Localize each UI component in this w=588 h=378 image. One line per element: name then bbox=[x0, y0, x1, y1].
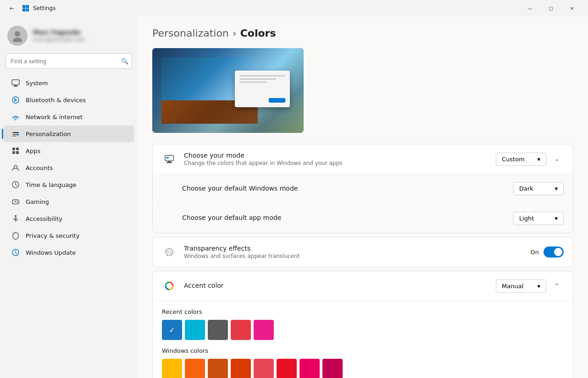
svg-rect-28 bbox=[166, 162, 172, 163]
accent-color-value: Manual bbox=[502, 283, 523, 290]
sidebar-item-windows-update[interactable]: Windows Update bbox=[4, 244, 134, 261]
window-controls: — □ ✕ bbox=[519, 0, 582, 16]
recent-color-swatch-3[interactable] bbox=[231, 320, 251, 340]
avatar bbox=[7, 26, 28, 46]
choose-mode-row: Choose your mode Change the colors that … bbox=[153, 144, 573, 174]
accounts-icon bbox=[11, 163, 20, 172]
svg-point-24 bbox=[15, 215, 17, 217]
time-icon bbox=[11, 180, 20, 189]
user-info: Marc Fagundo marc@example.com bbox=[33, 29, 85, 43]
preview-dialog-button bbox=[269, 98, 285, 103]
maximize-button[interactable]: □ bbox=[540, 0, 561, 16]
windows-color-r1-5[interactable] bbox=[277, 359, 297, 378]
windows-color-r1-6[interactable] bbox=[300, 359, 320, 378]
sidebar-item-network[interactable]: Network & internet bbox=[4, 109, 134, 125]
titlebar: ← Settings — □ ✕ bbox=[0, 0, 588, 16]
svg-rect-15 bbox=[12, 148, 15, 150]
choose-mode-dropdown[interactable]: Custom ▾ bbox=[496, 153, 546, 166]
accent-color-control: Manual ▾ ⌃ bbox=[496, 279, 564, 293]
sidebar-label-windows-update: Windows Update bbox=[26, 249, 127, 256]
accent-color-title: Accent color bbox=[184, 282, 488, 289]
windows-colors-row1 bbox=[162, 359, 564, 378]
sidebar-item-time[interactable]: Time & language bbox=[4, 176, 134, 193]
svg-rect-29 bbox=[166, 157, 169, 159]
svg-point-5 bbox=[13, 38, 22, 42]
sidebar-item-apps[interactable]: Apps bbox=[4, 142, 134, 159]
windows-mode-control: Dark ▾ bbox=[513, 182, 564, 195]
svg-rect-13 bbox=[12, 136, 17, 137]
breadcrumb-parent[interactable]: Personalization bbox=[152, 27, 229, 39]
accent-color-expanded: Recent colors Windows colors bbox=[153, 301, 573, 378]
windows-mode-dropdown[interactable]: Dark ▾ bbox=[513, 182, 564, 195]
windows-color-r1-3[interactable] bbox=[231, 359, 251, 378]
privacy-icon bbox=[11, 231, 20, 240]
app-mode-control: Light ▾ bbox=[513, 212, 564, 225]
sidebar-label-system: System bbox=[26, 80, 127, 87]
sidebar-item-gaming[interactable]: Gaming bbox=[4, 193, 134, 210]
accent-color-collapse[interactable]: ⌃ bbox=[550, 279, 564, 293]
recent-colors-grid bbox=[162, 320, 564, 340]
transparency-control: On bbox=[531, 247, 564, 257]
transparency-title: Transparency effects bbox=[184, 245, 523, 252]
recent-colors-label: Recent colors bbox=[162, 308, 564, 315]
transparency-desc: Windows and surfaces appear translucent bbox=[184, 253, 523, 259]
windows-mode-title: Choose your default Windows mode bbox=[182, 185, 506, 192]
windows-mode-value: Dark bbox=[519, 185, 533, 192]
windows-color-r1-0[interactable] bbox=[162, 359, 182, 378]
windows-color-r1-4[interactable] bbox=[254, 359, 274, 378]
choose-mode-control: Custom ▾ ⌄ bbox=[496, 152, 564, 166]
recent-color-swatch-1[interactable] bbox=[185, 320, 205, 340]
breadcrumb: Personalization › Colors bbox=[152, 27, 573, 39]
windows-color-r1-7[interactable] bbox=[322, 359, 343, 378]
svg-rect-0 bbox=[22, 5, 26, 8]
sidebar-label-apps: Apps bbox=[26, 148, 127, 154]
sidebar-label-accessibility: Accessibility bbox=[26, 215, 127, 222]
preview-container bbox=[152, 48, 304, 133]
app-mode-title: Choose your default app mode bbox=[182, 214, 506, 221]
svg-rect-2 bbox=[22, 9, 26, 12]
accent-color-dropdown[interactable]: Manual ▾ bbox=[496, 279, 546, 293]
system-icon bbox=[11, 78, 20, 88]
mode-section: Choose your mode Change the colors that … bbox=[152, 144, 573, 233]
sidebar-item-privacy[interactable]: Privacy & security bbox=[4, 227, 134, 244]
back-button[interactable]: ← bbox=[6, 2, 18, 15]
app-mode-dropdown[interactable]: Light ▾ bbox=[513, 212, 564, 225]
svg-rect-27 bbox=[167, 161, 171, 162]
recent-color-swatch-4[interactable] bbox=[254, 320, 274, 340]
sidebar-label-bluetooth: Bluetooth & devices bbox=[26, 97, 127, 104]
svg-rect-11 bbox=[12, 132, 19, 133]
recent-color-swatch-2[interactable] bbox=[208, 320, 228, 340]
transparency-toggle-thumb bbox=[554, 248, 562, 256]
svg-point-22 bbox=[17, 201, 18, 202]
windows-mode-row: Choose your default Windows mode Dark ▾ bbox=[153, 174, 573, 203]
breadcrumb-separator: › bbox=[233, 27, 237, 39]
recent-color-swatch-0[interactable] bbox=[162, 320, 182, 340]
minimize-button[interactable]: — bbox=[519, 0, 540, 16]
choose-mode-collapse[interactable]: ⌄ bbox=[550, 152, 564, 166]
close-button[interactable]: ✕ bbox=[561, 0, 582, 16]
user-name: Marc Fagundo bbox=[33, 29, 85, 36]
sidebar-item-personalization[interactable]: Personalization bbox=[4, 126, 134, 142]
preview-line-2 bbox=[239, 78, 276, 80]
svg-point-23 bbox=[17, 202, 18, 203]
search-input[interactable] bbox=[6, 53, 132, 69]
preview-background bbox=[152, 48, 304, 133]
accent-color-section: Accent color Manual ▾ ⌃ Recent colors Wi… bbox=[152, 271, 573, 378]
dropdown-chevron-2: ▾ bbox=[555, 185, 558, 192]
sidebar-item-accessibility[interactable]: Accessibility bbox=[4, 210, 134, 227]
choose-mode-icon bbox=[162, 152, 177, 166]
accent-color-icon bbox=[162, 279, 177, 293]
breadcrumb-current: Colors bbox=[240, 27, 276, 39]
user-profile[interactable]: Marc Fagundo marc@example.com bbox=[0, 20, 138, 53]
sidebar-item-system[interactable]: System bbox=[4, 75, 134, 91]
windows-color-r1-1[interactable] bbox=[185, 359, 205, 378]
accessibility-icon bbox=[11, 214, 20, 223]
preview-line-3 bbox=[239, 82, 267, 83]
choose-mode-desc: Change the colors that appear in Windows… bbox=[184, 160, 488, 166]
sidebar-item-accounts[interactable]: Accounts bbox=[4, 159, 134, 176]
transparency-toggle[interactable] bbox=[544, 247, 564, 257]
svg-point-14 bbox=[17, 134, 19, 136]
svg-rect-16 bbox=[16, 148, 19, 150]
windows-color-r1-2[interactable] bbox=[208, 359, 228, 378]
sidebar-item-bluetooth[interactable]: Bluetooth & devices bbox=[4, 92, 134, 108]
